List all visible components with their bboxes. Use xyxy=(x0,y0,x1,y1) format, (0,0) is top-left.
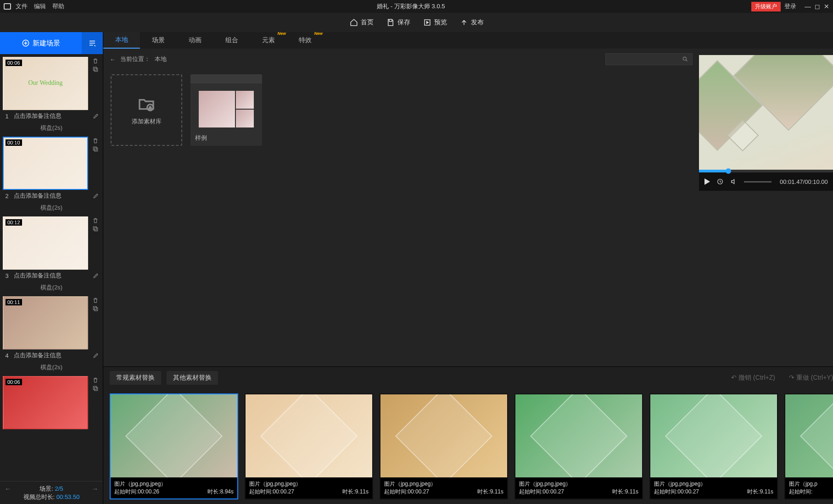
tab-3[interactable]: 组合 xyxy=(213,32,250,49)
loop-icon[interactable] xyxy=(716,178,724,185)
volume-slider[interactable] xyxy=(744,181,772,183)
svg-rect-8 xyxy=(95,308,98,311)
list-icon xyxy=(88,39,96,47)
tab-regular-replace[interactable]: 常规素材替换 xyxy=(110,371,161,385)
preview-icon xyxy=(423,18,431,27)
edit-icon[interactable] xyxy=(93,193,99,199)
svg-rect-4 xyxy=(95,148,98,151)
timeline-panel: 常规素材替换 其他素材替换 ↶ 撤销 (Ctrl+Z) ↷ 重做 (Ctrl+Y… xyxy=(103,366,833,504)
scene-list[interactable]: 00:06 Our Wedding 1 点击添加备注信息 棋盘(2s) 00:1… xyxy=(0,54,103,481)
prev-scene-icon[interactable]: ← xyxy=(5,485,11,493)
clip-thumb xyxy=(785,394,833,477)
clip-strip[interactable]: 图片（jpg,png,jpeg） 起始时间:00:00.26 时长:8.94s … xyxy=(103,389,833,504)
copy-icon[interactable] xyxy=(92,385,99,392)
transition-label[interactable]: 棋盘(2s) xyxy=(3,122,100,134)
upload-icon xyxy=(460,18,468,27)
scene-count-value: 2/5 xyxy=(55,485,63,492)
edit-icon[interactable] xyxy=(93,272,99,279)
add-library-card[interactable]: 添加素材库 xyxy=(111,74,182,146)
scene-list-toggle[interactable] xyxy=(82,32,103,54)
toolbar-publish[interactable]: 发布 xyxy=(460,18,484,27)
scene-caption[interactable]: 点击添加备注信息 xyxy=(14,271,61,280)
copy-icon[interactable] xyxy=(92,226,99,232)
menu-edit[interactable]: 编辑 xyxy=(34,2,46,11)
preview-seek-bar[interactable] xyxy=(699,170,833,172)
undo-button: ↶ 撤销 (Ctrl+Z) xyxy=(731,374,775,382)
toolbar-preview[interactable]: 预览 xyxy=(423,18,447,27)
clip-3[interactable]: 图片（jpg,png,jpeg） 起始时间:00:00.27 时长:9.11s xyxy=(514,393,643,499)
close-icon[interactable]: ✕ xyxy=(824,3,829,10)
main-toolbar: 首页 保存 预览 发布 xyxy=(0,13,833,32)
clip-thumb xyxy=(380,394,507,477)
svg-rect-2 xyxy=(95,68,98,72)
edit-icon[interactable] xyxy=(93,352,99,359)
app-logo-icon xyxy=(4,3,11,10)
scene-thumb-1[interactable]: 00:06 Our Wedding xyxy=(3,57,88,110)
copy-icon[interactable] xyxy=(92,146,99,152)
tab-0[interactable]: 本地 xyxy=(103,32,140,49)
toolbar-save[interactable]: 保存 xyxy=(386,18,410,27)
scene-thumb-5[interactable]: 00:06 xyxy=(3,376,88,429)
copy-icon[interactable] xyxy=(92,305,99,312)
toolbar-home[interactable]: 首页 xyxy=(350,18,374,27)
menu-help[interactable]: 帮助 xyxy=(52,2,64,11)
back-icon[interactable]: ← xyxy=(110,56,116,63)
preview-time: 00:01.47/00:10.00 xyxy=(780,178,828,185)
delete-icon[interactable] xyxy=(92,58,99,64)
search-input[interactable] xyxy=(605,53,693,65)
volume-icon[interactable] xyxy=(730,178,738,185)
delete-icon[interactable] xyxy=(92,138,99,144)
play-icon[interactable] xyxy=(704,178,710,185)
copy-icon[interactable] xyxy=(92,66,99,72)
transition-label[interactable]: 棋盘(2s) xyxy=(3,361,100,373)
clip-duration: 时长:8.94s xyxy=(207,488,234,496)
scene-index: 3 xyxy=(4,272,10,279)
menu-file[interactable]: 文件 xyxy=(16,2,28,11)
clip-0[interactable]: 图片（jpg,png,jpeg） 起始时间:00:00.26 时长:8.94s xyxy=(110,393,238,499)
login-button[interactable]: 登录 xyxy=(784,2,796,11)
maximize-icon[interactable]: ◻ xyxy=(815,3,820,10)
clip-start: 起始时间:00:00.27 xyxy=(384,488,429,496)
transition-label[interactable]: 棋盘(2s) xyxy=(3,282,100,294)
clip-title: 图片（jpg,png,jpeg） xyxy=(384,480,503,488)
delete-icon[interactable] xyxy=(92,297,99,304)
preview-canvas[interactable] xyxy=(699,55,833,170)
clip-title: 图片（jpg,png,jpeg） xyxy=(249,480,369,488)
edit-icon[interactable] xyxy=(93,113,99,119)
sample-library-label: 样例 xyxy=(190,134,207,146)
new-scene-button[interactable]: 新建场景 xyxy=(0,32,82,54)
upgrade-button[interactable]: 升级账户 xyxy=(751,2,781,11)
clip-1[interactable]: 图片（jpg,png,jpeg） 起始时间:00:00.27 时长:9.11s xyxy=(245,393,373,499)
svg-rect-7 xyxy=(93,227,96,230)
delete-icon[interactable] xyxy=(92,217,99,224)
toolbar-publish-label: 发布 xyxy=(471,18,484,27)
clip-5[interactable]: 图片（jpg,p 起始时间: xyxy=(784,393,833,499)
clip-4[interactable]: 图片（jpg,png,jpeg） 起始时间:00:00.27 时长:9.11s xyxy=(649,393,778,499)
clip-duration: 时长:9.11s xyxy=(612,488,638,496)
tab-4[interactable]: 元素New xyxy=(250,32,287,49)
total-duration-label: 视频总时长: xyxy=(23,493,55,500)
svg-point-12 xyxy=(683,57,686,60)
delete-icon[interactable] xyxy=(92,377,99,383)
scene-caption[interactable]: 点击添加备注信息 xyxy=(14,112,61,120)
scene-caption[interactable]: 点击添加备注信息 xyxy=(14,351,61,360)
transition-label[interactable]: 棋盘(2s) xyxy=(3,202,100,214)
minimize-icon[interactable]: — xyxy=(805,3,811,10)
tab-other-replace[interactable]: 其他素材替换 xyxy=(167,371,218,385)
tab-1[interactable]: 场景 xyxy=(140,32,177,49)
scene-thumb-2[interactable]: 00:10 xyxy=(3,137,88,190)
scene-caption[interactable]: 点击添加备注信息 xyxy=(14,192,61,200)
scene-time: 00:11 xyxy=(6,299,22,305)
scene-thumb-3[interactable]: 00:12 xyxy=(3,216,88,270)
scene-thumb-4[interactable]: 00:11 xyxy=(3,296,88,349)
tab-5[interactable]: 特效New xyxy=(287,32,324,49)
tab-2[interactable]: 动画 xyxy=(177,32,213,49)
sample-library-card[interactable]: 样例 xyxy=(190,74,262,146)
new-scene-label: 新建场景 xyxy=(33,39,60,48)
svg-rect-5 xyxy=(93,147,96,150)
new-badge: New xyxy=(277,31,286,36)
clip-2[interactable]: 图片（jpg,png,jpeg） 起始时间:00:00.27 时长:9.11s xyxy=(380,393,508,499)
next-scene-icon[interactable]: → xyxy=(92,485,98,493)
svg-rect-9 xyxy=(93,306,96,310)
clip-duration: 时长:9.11s xyxy=(477,488,503,496)
